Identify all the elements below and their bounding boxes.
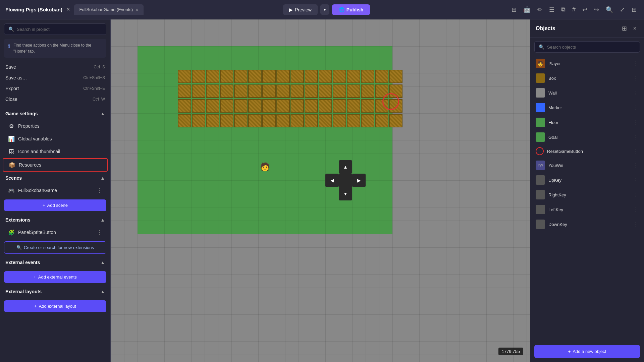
crate xyxy=(347,70,360,83)
object-item-wall[interactable]: Wall ⋮ xyxy=(530,85,644,100)
box-name: Box xyxy=(548,76,630,81)
sidebar-item-resources[interactable]: 📦 Resources xyxy=(3,158,108,172)
instances-icon-btn[interactable]: 🤖 xyxy=(521,5,533,15)
sidebar-item-panelspritebutton[interactable]: 🧩 PanelSpriteButton ⋮ xyxy=(3,226,108,238)
object-item-resetgamebutton[interactable]: ResetGameButton ⋮ xyxy=(530,144,644,158)
extensions-header[interactable]: Extensions ▲ xyxy=(0,214,110,226)
grid-button[interactable]: ⊞ xyxy=(630,5,639,15)
external-layouts-toggle-icon: ▲ xyxy=(100,289,105,294)
add-external-events-button[interactable]: + Add external events xyxy=(4,271,106,283)
downkey-more-icon[interactable]: ⋮ xyxy=(633,221,639,228)
tab-close-button[interactable]: × xyxy=(136,7,138,12)
edit-icon-btn[interactable]: ✏ xyxy=(535,5,544,15)
search-input[interactable] xyxy=(17,27,102,32)
resetgamebutton-icon xyxy=(536,147,544,155)
marker-more-icon[interactable]: ⋮ xyxy=(633,105,639,111)
redo-button[interactable]: ↪ xyxy=(592,5,601,15)
menu-item-save[interactable]: Save Ctrl+S xyxy=(0,62,110,72)
object-item-player[interactable]: 🧑 Player ⋮ xyxy=(530,56,644,71)
arrow-keys-widget: ▲ ◀ ▶ ▼ xyxy=(325,160,366,200)
sidebar-item-global-variables[interactable]: 📊 Global variables xyxy=(3,133,108,145)
arrow-down-key: ▼ xyxy=(339,187,352,200)
crate xyxy=(220,70,233,83)
sidebar-item-icons-thumbnail[interactable]: 🖼 Icons and thumbnail xyxy=(3,145,108,158)
add-external-layout-plus-icon: + xyxy=(34,304,37,309)
global-variables-label: Global variables xyxy=(18,136,102,141)
preview-button[interactable]: ▶ Preview xyxy=(283,4,318,15)
menu-item-close[interactable]: Close Ctrl+W xyxy=(0,94,110,105)
publish-label: Publish xyxy=(346,7,364,12)
crate xyxy=(389,114,402,127)
sidebar-item-properties[interactable]: ⚙ Properties xyxy=(3,120,108,132)
add-external-layout-button[interactable]: + Add external layout xyxy=(4,300,106,312)
box-more-icon[interactable]: ⋮ xyxy=(633,75,639,81)
scenes-toggle-icon: ▲ xyxy=(100,175,105,181)
upkey-more-icon[interactable]: ⋮ xyxy=(633,177,639,183)
add-scene-plus-icon: + xyxy=(43,203,45,208)
game-canvas[interactable]: 🧑 ▲ ◀ ▶ ▼ 1779;755 xyxy=(111,19,530,362)
hash-icon-btn[interactable]: # xyxy=(570,5,578,14)
youwin-more-icon[interactable]: ⋮ xyxy=(633,162,639,169)
wall-more-icon[interactable]: ⋮ xyxy=(633,90,639,96)
window-close-button[interactable]: × xyxy=(66,6,70,13)
menu-item-export[interactable]: Export Ctrl+Shift+E xyxy=(0,83,110,94)
panel-filter-button[interactable]: ⊞ xyxy=(620,23,629,34)
downkey-icon xyxy=(536,220,545,229)
goal-more-icon[interactable]: ⋮ xyxy=(633,134,639,140)
sidebar-item-fullsokoban[interactable]: 🎮 FullSokobanGame ⋮ xyxy=(3,184,108,196)
objects-search-area: 🔍 xyxy=(530,38,644,56)
search-box[interactable]: 🔍 xyxy=(4,23,106,35)
panel-close-button[interactable]: × xyxy=(631,23,639,34)
add-extension-button[interactable]: 🔍 Create or search for new extensions xyxy=(4,241,106,254)
objects-search-box[interactable]: 🔍 xyxy=(534,41,640,53)
icons-thumbnail-label: Icons and thumbnail xyxy=(18,149,102,154)
objects-icon-btn[interactable]: ⊞ xyxy=(509,5,519,15)
zoom-out-button[interactable]: 🔍 xyxy=(604,5,615,15)
external-events-header[interactable]: External events ▲ xyxy=(0,256,110,268)
external-events-title: External events xyxy=(5,260,40,265)
add-object-button[interactable]: + Add a new object xyxy=(534,345,640,358)
object-item-box[interactable]: Box ⋮ xyxy=(530,71,644,85)
crate xyxy=(192,99,205,113)
layers-icon-btn[interactable]: ⧉ xyxy=(559,5,568,14)
scenes-header[interactable]: Scenes ▲ xyxy=(0,172,110,184)
object-item-leftkey[interactable]: LeftKey ⋮ xyxy=(530,202,644,217)
crate xyxy=(178,99,191,113)
publish-button[interactable]: 🌐 Publish xyxy=(332,4,370,15)
menu-item-saveas[interactable]: Save as… Ctrl+Shift+S xyxy=(0,72,110,83)
object-item-goal[interactable]: Goal ⋮ xyxy=(530,130,644,144)
objects-search-input[interactable] xyxy=(547,45,636,50)
list-icon-btn[interactable]: ☰ xyxy=(547,5,556,15)
scene-icon: 🎮 xyxy=(8,187,15,194)
scene-more-icon[interactable]: ⋮ xyxy=(97,187,102,194)
object-item-marker[interactable]: Marker ⋮ xyxy=(530,100,644,115)
extension-more-icon[interactable]: ⋮ xyxy=(97,229,102,236)
crate xyxy=(248,99,262,113)
rightkey-more-icon[interactable]: ⋮ xyxy=(633,192,639,198)
game-inner: 🧑 ▲ ◀ ▶ ▼ xyxy=(138,46,392,234)
tab-label: FullSokobanGame (Events) xyxy=(79,7,133,12)
tab-events[interactable]: FullSokobanGame (Events) × xyxy=(74,4,144,15)
saveas-label: Save as… xyxy=(5,75,27,80)
player-more-icon[interactable]: ⋮ xyxy=(633,60,639,67)
object-item-upkey[interactable]: UpKey ⋮ xyxy=(530,173,644,187)
crate xyxy=(361,99,374,113)
object-item-rightkey[interactable]: RightKey ⋮ xyxy=(530,187,644,202)
resetgamebutton-more-icon[interactable]: ⋮ xyxy=(633,148,639,155)
object-item-youwin[interactable]: YW YouWin ⋮ xyxy=(530,158,644,173)
canvas-area[interactable]: 🧑 ▲ ◀ ▶ ▼ 1779;755 xyxy=(111,19,530,362)
floor-more-icon[interactable]: ⋮ xyxy=(633,119,639,126)
youwin-icon: YW xyxy=(536,161,545,170)
object-item-downkey[interactable]: DownKey ⋮ xyxy=(530,217,644,232)
crate xyxy=(234,99,248,113)
add-scene-button[interactable]: + Add scene xyxy=(4,199,106,211)
external-layouts-header[interactable]: External layouts ▲ xyxy=(0,286,110,298)
undo-button[interactable]: ↩ xyxy=(580,5,589,15)
game-settings-header[interactable]: Game settings ▲ xyxy=(0,108,110,120)
objects-panel-header: Objects ⊞ × xyxy=(530,19,644,38)
chevron-down-icon: ▾ xyxy=(324,7,326,12)
preview-dropdown-button[interactable]: ▾ xyxy=(320,4,329,15)
object-item-floor[interactable]: Floor ⋮ xyxy=(530,115,644,130)
leftkey-more-icon[interactable]: ⋮ xyxy=(633,206,639,213)
resize-button[interactable]: ⤢ xyxy=(618,5,627,15)
